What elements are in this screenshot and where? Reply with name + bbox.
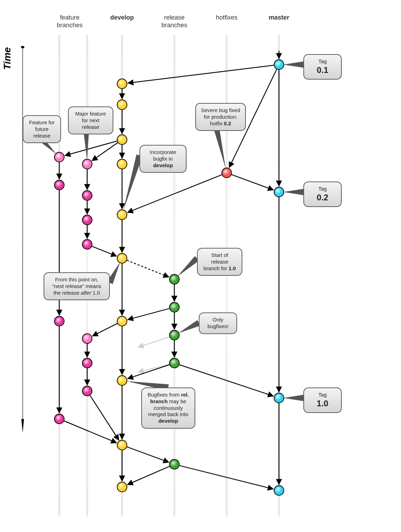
- commit-h1: [221, 168, 232, 178]
- commit-r2: [169, 302, 180, 312]
- callout-tail-tag10: [283, 395, 303, 401]
- commit-fB4: [54, 414, 65, 424]
- commit-d3: [117, 134, 127, 145]
- edge-fA4-d6: [92, 246, 116, 256]
- callout-c-only-bug: Only bugfixes!: [199, 312, 237, 334]
- commit-m1: [274, 59, 284, 70]
- edge-fB4-d9: [64, 421, 116, 443]
- callout-tail-tag02: [283, 189, 303, 195]
- lane-header-develop: develop: [98, 14, 146, 22]
- commit-fA7: [82, 386, 92, 396]
- commit-fA5: [82, 333, 92, 344]
- commit-fB2: [54, 180, 65, 190]
- commit-fA6: [82, 358, 92, 368]
- callout-tail-c-start-rel: [177, 256, 199, 276]
- commit-m4: [274, 485, 284, 496]
- commit-d9: [117, 440, 127, 450]
- edge-d7-fA5: [92, 324, 117, 336]
- edge-r4-ghost2: [138, 364, 169, 372]
- callout-c-feat-future: Feature for future release: [23, 115, 61, 143]
- commit-fA1: [82, 159, 92, 169]
- commit-r4: [169, 358, 180, 368]
- callout-tag02: Tag0.2: [303, 182, 342, 207]
- lane-header-feature: featurebranches: [45, 14, 94, 29]
- lane-bg-master: [278, 35, 280, 517]
- callout-tag10: Tag1.0: [303, 387, 342, 413]
- commit-fA3: [82, 215, 92, 225]
- lane-header-hotfixes: hotfixes: [202, 14, 251, 22]
- edge-d9-r5: [127, 447, 169, 462]
- commit-r5: [169, 459, 180, 470]
- edge-d3-fB1: [65, 141, 117, 155]
- commit-d10: [117, 482, 127, 492]
- commit-d1: [117, 79, 127, 89]
- commit-r1: [169, 274, 180, 285]
- callout-c-hotfix: Severe bug fixed for production: hotfix …: [195, 103, 246, 131]
- commit-d6: [117, 253, 127, 264]
- commit-fA2: [82, 190, 92, 201]
- callout-c-start-rel: Start of release branch for 1.0: [197, 248, 242, 276]
- commit-fB1: [54, 152, 65, 162]
- edge-r2-d7: [128, 309, 169, 320]
- edge-d3-fA1: [92, 143, 118, 161]
- commit-fB3: [54, 316, 65, 326]
- edge-m1-d1: [128, 65, 274, 83]
- commit-r3: [169, 330, 180, 340]
- commit-m3: [274, 393, 284, 403]
- callout-c-from-point: From this point on, “next release” means…: [44, 272, 110, 300]
- lane-header-master: master: [255, 14, 303, 22]
- commit-d5: [117, 209, 127, 220]
- callout-c-feat-major: Major feature for next release: [68, 106, 113, 134]
- commit-d7: [117, 316, 127, 326]
- edge-h1-m2: [232, 175, 273, 190]
- commit-d2: [117, 99, 127, 110]
- edge-d6-r1: [127, 260, 169, 277]
- callout-tail-c-only-bug: [178, 320, 200, 333]
- edge-r3-ghost1: [138, 337, 169, 347]
- callout-c-incorporate: Incorporate bugfix in develop: [139, 145, 187, 173]
- edge-r4-d8: [128, 365, 169, 379]
- edge-fA7-d9: [90, 396, 119, 440]
- commit-m2: [274, 187, 284, 197]
- lane-header-release: releasebranches: [150, 14, 199, 29]
- commit-d8: [117, 375, 127, 386]
- commit-fA4: [82, 239, 92, 250]
- time-axis-label: Time: [2, 47, 13, 70]
- time-axis: [21, 45, 24, 433]
- commit-d4: [117, 159, 127, 169]
- callout-tail-tag01: [283, 61, 303, 68]
- callout-c-bugfixes: Bugfixes from rel. branch may be continu…: [141, 387, 195, 429]
- callout-tag01: Tag0.1: [303, 54, 342, 80]
- edge-r5-d10: [128, 466, 170, 485]
